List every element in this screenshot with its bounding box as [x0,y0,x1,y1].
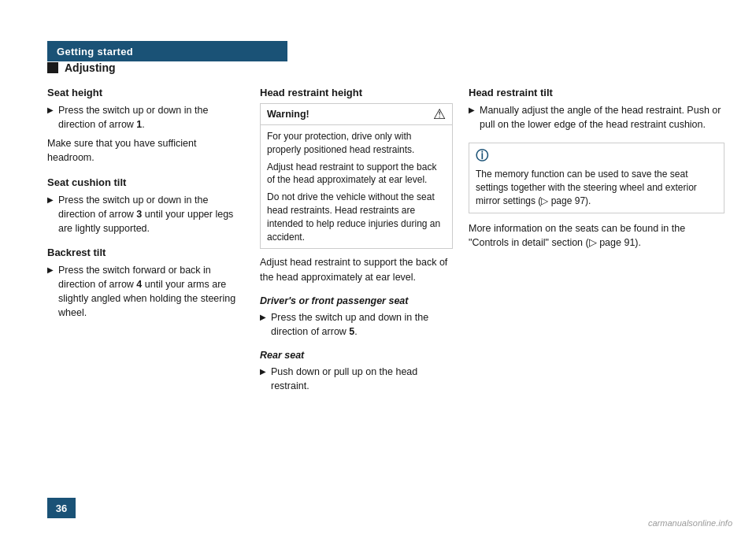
page-number-text: 36 [56,502,67,514]
bullet-arrow-icon: ▶ [47,195,54,235]
backrest-section: Backrest tilt ▶ Press the switch forward… [47,247,244,321]
tilt-item: ▶ Manually adjust the angle of the head … [469,103,724,132]
warning-line-2: Adjust head restraint to support the bac… [267,161,446,187]
seat-height-title: Seat height [47,87,244,98]
warning-line-1: For your protection, drive only with pro… [267,130,446,157]
warning-box: Warning! ⚠ For your protection, drive on… [260,103,453,249]
subheader-title: Adjusting [65,61,116,74]
right-column: Head restraint tilt ▶ Manually adjust th… [469,87,732,487]
head-restraint-tilt-title: Head restraint tilt [469,87,724,98]
page-number-box: 36 [47,498,76,518]
backrest-title: Backrest tilt [47,247,244,258]
warning-header: Warning! ⚠ [261,104,452,125]
bullet-arrow-icon: ▶ [469,105,475,132]
page-container: Getting started Adjusting Seat height ▶ … [0,0,756,534]
left-column: Seat height ▶ Press the switch up or dow… [47,87,260,487]
backrest-text: Press the switch forward or back in dire… [58,263,244,321]
info-box: ⓘ The memory function can be used to sav… [469,143,724,213]
warning-triangle-icon: ⚠ [433,107,446,121]
driver-seat-item: ▶ Press the switch up and down in the di… [260,310,453,339]
driver-seat-title: Driver's or front passenger seat [260,295,453,306]
header-title: Getting started [57,46,133,57]
info-text: The memory function can be used to save … [476,169,697,206]
bullet-arrow-icon: ▶ [47,265,54,321]
watermark: carmanualsonline.info [648,518,732,528]
black-square-icon [47,62,58,73]
seat-cushion-text: Press the switch up or down in the direc… [58,193,244,235]
warning-line-3: Do not drive the vehicle without the sea… [267,191,446,243]
content-area: Seat height ▶ Press the switch up or dow… [47,87,732,487]
subheader: Adjusting [47,61,116,74]
bullet-arrow-icon: ▶ [47,105,54,132]
head-restraint-body-text: Adjust head restraint to support the bac… [260,255,453,284]
rear-seat-item: ▶ Push down or pull up on the head restr… [260,365,453,393]
warning-label: Warning! [267,109,309,120]
seat-height-subtext: Make sure that you have sufficient headr… [47,136,244,165]
info-icon: ⓘ [476,148,717,165]
head-restraint-tilt-section: ▶ Manually adjust the angle of the head … [469,103,724,132]
seat-cushion-item: ▶ Press the switch up or down in the dir… [47,193,244,235]
middle-column: Head restraint height Warning! ⚠ For you… [260,87,469,487]
driver-seat-text: Press the switch up and down in the dire… [271,310,453,339]
backrest-item: ▶ Press the switch forward or back in di… [47,263,244,321]
tilt-text: Manually adjust the angle of the head re… [480,103,724,132]
bullet-arrow-icon: ▶ [260,366,266,393]
seat-cushion-title: Seat cushion tilt [47,176,244,188]
bullet-arrow-icon: ▶ [260,312,266,339]
warning-body: For your protection, drive only with pro… [261,125,452,248]
footer-text: More information on the seats can be fou… [469,221,724,250]
rear-seat-title: Rear seat [260,350,453,361]
rear-seat-text: Push down or pull up on the head restrai… [271,365,453,393]
driver-seat-section: Driver's or front passenger seat ▶ Press… [260,295,453,339]
header-bar: Getting started [47,41,287,61]
rear-seat-section: Rear seat ▶ Push down or pull up on the … [260,350,453,393]
seat-height-section: Seat height ▶ Press the switch up or dow… [47,87,244,165]
seat-height-item: ▶ Press the switch up or down in the dir… [47,103,244,132]
seat-cushion-section: Seat cushion tilt ▶ Press the switch up … [47,176,244,235]
head-restraint-height-title: Head restraint height [260,87,453,98]
seat-height-text: Press the switch up or down in the direc… [58,103,244,132]
